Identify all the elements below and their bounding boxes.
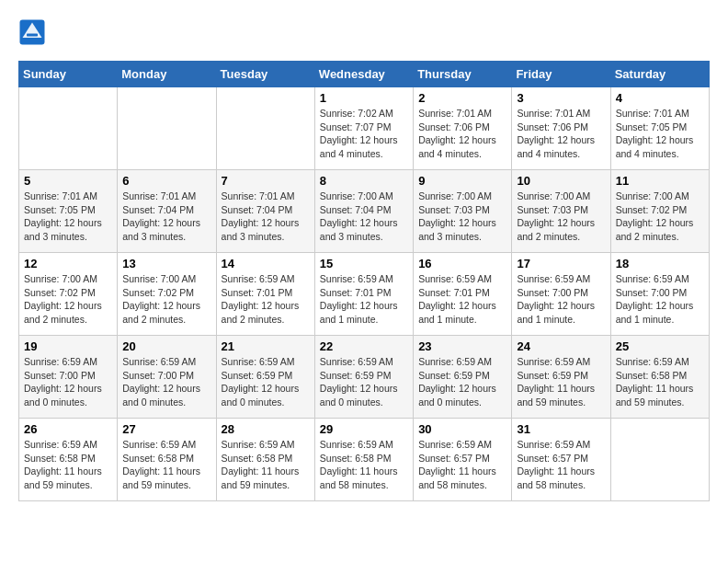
day-info: Sunrise: 6:59 AM Sunset: 6:59 PM Dayligh…	[222, 355, 310, 409]
day-info: Sunrise: 6:59 AM Sunset: 6:58 PM Dayligh…	[24, 438, 112, 492]
day-number: 29	[320, 422, 408, 436]
calendar-cell: 16Sunrise: 6:59 AM Sunset: 7:01 PM Dayli…	[414, 253, 512, 336]
calendar-week-row: 1Sunrise: 7:02 AM Sunset: 7:07 PM Daylig…	[19, 87, 710, 170]
calendar-cell: 27Sunrise: 6:59 AM Sunset: 6:58 PM Dayli…	[118, 419, 216, 501]
calendar-cell: 9Sunrise: 7:00 AM Sunset: 7:03 PM Daylig…	[414, 170, 512, 253]
day-info: Sunrise: 6:59 AM Sunset: 6:58 PM Dayligh…	[122, 438, 210, 492]
calendar-cell: 2Sunrise: 7:01 AM Sunset: 7:06 PM Daylig…	[414, 87, 512, 170]
calendar-cell	[216, 87, 314, 170]
day-number: 8	[320, 174, 408, 188]
day-info: Sunrise: 6:59 AM Sunset: 7:01 PM Dayligh…	[320, 272, 408, 327]
calendar-cell	[19, 87, 118, 170]
weekday-header: Thursday	[414, 62, 512, 87]
calendar-week-row: 5Sunrise: 7:01 AM Sunset: 7:05 PM Daylig…	[19, 170, 710, 253]
page-header	[18, 18, 710, 46]
day-number: 30	[418, 422, 506, 436]
day-info: Sunrise: 7:00 AM Sunset: 7:04 PM Dayligh…	[320, 190, 408, 244]
weekday-header: Saturday	[610, 62, 709, 87]
weekday-header: Sunday	[19, 62, 118, 87]
calendar-cell: 17Sunrise: 6:59 AM Sunset: 7:00 PM Dayli…	[512, 253, 610, 336]
day-info: Sunrise: 7:01 AM Sunset: 7:04 PM Dayligh…	[122, 190, 210, 244]
day-number: 20	[122, 339, 210, 353]
day-number: 13	[122, 257, 210, 270]
day-info: Sunrise: 7:01 AM Sunset: 7:06 PM Dayligh…	[418, 107, 506, 161]
logo	[18, 18, 48, 46]
day-number: 1	[320, 91, 408, 105]
day-info: Sunrise: 6:59 AM Sunset: 7:00 PM Dayligh…	[122, 355, 210, 409]
calendar-cell: 11Sunrise: 7:00 AM Sunset: 7:02 PM Dayli…	[610, 170, 709, 253]
calendar-week-row: 26Sunrise: 6:59 AM Sunset: 6:58 PM Dayli…	[19, 419, 710, 501]
day-info: Sunrise: 6:59 AM Sunset: 6:58 PM Dayligh…	[320, 438, 408, 492]
day-number: 10	[517, 174, 605, 188]
day-info: Sunrise: 7:01 AM Sunset: 7:05 PM Dayligh…	[616, 107, 704, 161]
calendar-cell: 14Sunrise: 6:59 AM Sunset: 7:01 PM Dayli…	[216, 253, 314, 336]
calendar-cell: 28Sunrise: 6:59 AM Sunset: 6:58 PM Dayli…	[216, 419, 314, 501]
calendar-cell: 6Sunrise: 7:01 AM Sunset: 7:04 PM Daylig…	[118, 170, 216, 253]
day-info: Sunrise: 7:00 AM Sunset: 7:02 PM Dayligh…	[24, 272, 112, 327]
day-info: Sunrise: 6:59 AM Sunset: 6:59 PM Dayligh…	[418, 355, 506, 409]
day-number: 7	[222, 174, 310, 188]
day-info: Sunrise: 6:59 AM Sunset: 6:59 PM Dayligh…	[517, 355, 605, 409]
logo-icon	[18, 18, 46, 46]
day-info: Sunrise: 7:00 AM Sunset: 7:02 PM Dayligh…	[616, 190, 704, 244]
day-info: Sunrise: 6:59 AM Sunset: 7:01 PM Dayligh…	[222, 272, 310, 327]
day-number: 2	[418, 91, 506, 105]
day-info: Sunrise: 6:59 AM Sunset: 6:59 PM Dayligh…	[320, 355, 408, 409]
day-number: 31	[517, 422, 605, 436]
day-number: 3	[517, 91, 605, 105]
day-info: Sunrise: 7:01 AM Sunset: 7:04 PM Dayligh…	[222, 190, 310, 244]
calendar-table: SundayMondayTuesdayWednesdayThursdayFrid…	[18, 61, 710, 501]
calendar-cell	[118, 87, 216, 170]
calendar-cell: 23Sunrise: 6:59 AM Sunset: 6:59 PM Dayli…	[414, 336, 512, 419]
calendar-cell: 29Sunrise: 6:59 AM Sunset: 6:58 PM Dayli…	[314, 419, 413, 501]
day-number: 22	[320, 339, 408, 353]
day-info: Sunrise: 7:00 AM Sunset: 7:02 PM Dayligh…	[122, 272, 210, 327]
day-number: 24	[517, 339, 605, 353]
day-number: 23	[418, 339, 506, 353]
day-number: 25	[616, 339, 704, 353]
day-number: 28	[222, 422, 310, 436]
calendar-cell: 26Sunrise: 6:59 AM Sunset: 6:58 PM Dayli…	[19, 419, 118, 501]
day-info: Sunrise: 6:59 AM Sunset: 6:58 PM Dayligh…	[222, 438, 310, 492]
day-number: 6	[122, 174, 210, 188]
calendar-week-row: 12Sunrise: 7:00 AM Sunset: 7:02 PM Dayli…	[19, 253, 710, 336]
calendar-cell: 19Sunrise: 6:59 AM Sunset: 7:00 PM Dayli…	[19, 336, 118, 419]
day-number: 16	[418, 257, 506, 270]
calendar-cell: 1Sunrise: 7:02 AM Sunset: 7:07 PM Daylig…	[314, 87, 413, 170]
day-number: 17	[517, 257, 605, 270]
day-number: 5	[24, 174, 112, 188]
calendar-cell: 30Sunrise: 6:59 AM Sunset: 6:57 PM Dayli…	[414, 419, 512, 501]
weekday-header: Friday	[512, 62, 610, 87]
day-info: Sunrise: 6:59 AM Sunset: 7:00 PM Dayligh…	[517, 272, 605, 327]
svg-rect-2	[27, 34, 38, 37]
weekday-header: Wednesday	[314, 62, 413, 87]
calendar-cell: 10Sunrise: 7:00 AM Sunset: 7:03 PM Dayli…	[512, 170, 610, 253]
day-number: 9	[418, 174, 506, 188]
day-number: 18	[616, 257, 704, 270]
calendar-cell: 7Sunrise: 7:01 AM Sunset: 7:04 PM Daylig…	[216, 170, 314, 253]
day-info: Sunrise: 6:59 AM Sunset: 6:57 PM Dayligh…	[517, 438, 605, 492]
day-info: Sunrise: 7:00 AM Sunset: 7:03 PM Dayligh…	[517, 190, 605, 244]
day-number: 12	[24, 257, 112, 270]
weekday-header: Monday	[118, 62, 216, 87]
day-info: Sunrise: 7:01 AM Sunset: 7:05 PM Dayligh…	[24, 190, 112, 244]
day-number: 26	[24, 422, 112, 436]
day-info: Sunrise: 7:02 AM Sunset: 7:07 PM Dayligh…	[320, 107, 408, 161]
calendar-cell: 22Sunrise: 6:59 AM Sunset: 6:59 PM Dayli…	[314, 336, 413, 419]
calendar-cell: 25Sunrise: 6:59 AM Sunset: 6:58 PM Dayli…	[610, 336, 709, 419]
calendar-cell: 12Sunrise: 7:00 AM Sunset: 7:02 PM Dayli…	[19, 253, 118, 336]
day-info: Sunrise: 6:59 AM Sunset: 6:57 PM Dayligh…	[418, 438, 506, 492]
day-number: 21	[222, 339, 310, 353]
day-number: 4	[616, 91, 704, 105]
calendar-cell: 4Sunrise: 7:01 AM Sunset: 7:05 PM Daylig…	[610, 87, 709, 170]
calendar-cell: 5Sunrise: 7:01 AM Sunset: 7:05 PM Daylig…	[19, 170, 118, 253]
calendar-cell: 3Sunrise: 7:01 AM Sunset: 7:06 PM Daylig…	[512, 87, 610, 170]
calendar-cell: 20Sunrise: 6:59 AM Sunset: 7:00 PM Dayli…	[118, 336, 216, 419]
day-number: 19	[24, 339, 112, 353]
day-info: Sunrise: 6:59 AM Sunset: 7:00 PM Dayligh…	[24, 355, 112, 409]
day-info: Sunrise: 7:01 AM Sunset: 7:06 PM Dayligh…	[517, 107, 605, 161]
day-info: Sunrise: 6:59 AM Sunset: 7:01 PM Dayligh…	[418, 272, 506, 327]
day-number: 14	[222, 257, 310, 270]
day-info: Sunrise: 6:59 AM Sunset: 7:00 PM Dayligh…	[616, 272, 704, 327]
calendar-cell: 31Sunrise: 6:59 AM Sunset: 6:57 PM Dayli…	[512, 419, 610, 501]
